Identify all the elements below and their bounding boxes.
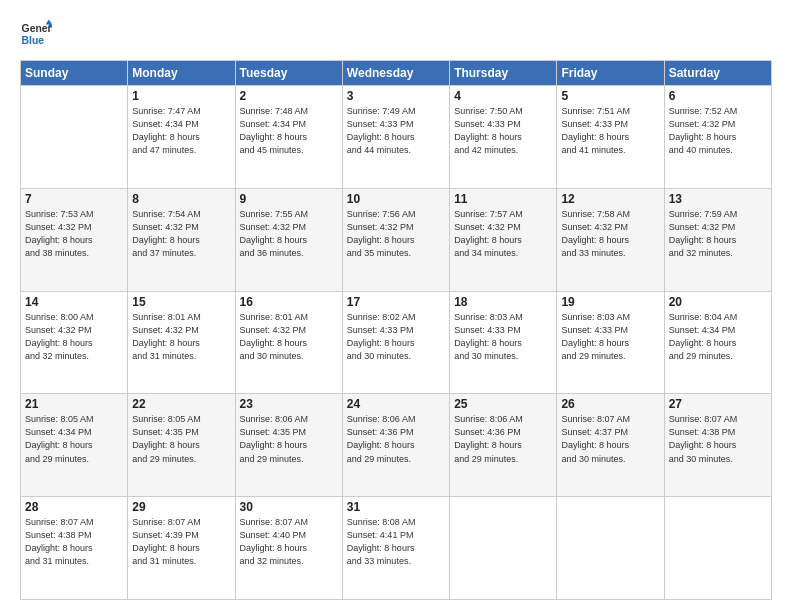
day-info: Sunrise: 8:06 AM Sunset: 4:36 PM Dayligh…: [454, 413, 552, 465]
day-info: Sunrise: 7:57 AM Sunset: 4:32 PM Dayligh…: [454, 208, 552, 260]
calendar-week-4: 21Sunrise: 8:05 AM Sunset: 4:34 PM Dayli…: [21, 394, 772, 497]
day-info: Sunrise: 8:06 AM Sunset: 4:36 PM Dayligh…: [347, 413, 445, 465]
day-info: Sunrise: 8:00 AM Sunset: 4:32 PM Dayligh…: [25, 311, 123, 363]
day-number: 28: [25, 500, 123, 514]
day-info: Sunrise: 7:54 AM Sunset: 4:32 PM Dayligh…: [132, 208, 230, 260]
calendar-cell: 30Sunrise: 8:07 AM Sunset: 4:40 PM Dayli…: [235, 497, 342, 600]
day-number: 23: [240, 397, 338, 411]
day-number: 8: [132, 192, 230, 206]
day-number: 30: [240, 500, 338, 514]
day-number: 24: [347, 397, 445, 411]
day-info: Sunrise: 7:51 AM Sunset: 4:33 PM Dayligh…: [561, 105, 659, 157]
day-number: 4: [454, 89, 552, 103]
svg-text:General: General: [22, 23, 52, 34]
header: General Blue: [20, 18, 772, 50]
logo-icon: General Blue: [20, 18, 52, 50]
calendar-cell: 1Sunrise: 7:47 AM Sunset: 4:34 PM Daylig…: [128, 86, 235, 189]
svg-marker-2: [46, 20, 52, 25]
day-info: Sunrise: 8:06 AM Sunset: 4:35 PM Dayligh…: [240, 413, 338, 465]
day-info: Sunrise: 7:50 AM Sunset: 4:33 PM Dayligh…: [454, 105, 552, 157]
day-info: Sunrise: 8:03 AM Sunset: 4:33 PM Dayligh…: [561, 311, 659, 363]
day-info: Sunrise: 8:01 AM Sunset: 4:32 PM Dayligh…: [132, 311, 230, 363]
day-info: Sunrise: 7:47 AM Sunset: 4:34 PM Dayligh…: [132, 105, 230, 157]
day-number: 11: [454, 192, 552, 206]
col-header-tuesday: Tuesday: [235, 61, 342, 86]
calendar-cell: 8Sunrise: 7:54 AM Sunset: 4:32 PM Daylig…: [128, 188, 235, 291]
calendar-cell: 29Sunrise: 8:07 AM Sunset: 4:39 PM Dayli…: [128, 497, 235, 600]
calendar-cell: 3Sunrise: 7:49 AM Sunset: 4:33 PM Daylig…: [342, 86, 449, 189]
calendar-cell: 27Sunrise: 8:07 AM Sunset: 4:38 PM Dayli…: [664, 394, 771, 497]
day-number: 29: [132, 500, 230, 514]
day-number: 3: [347, 89, 445, 103]
day-info: Sunrise: 7:55 AM Sunset: 4:32 PM Dayligh…: [240, 208, 338, 260]
calendar-cell: 5Sunrise: 7:51 AM Sunset: 4:33 PM Daylig…: [557, 86, 664, 189]
day-number: 10: [347, 192, 445, 206]
calendar-cell: 14Sunrise: 8:00 AM Sunset: 4:32 PM Dayli…: [21, 291, 128, 394]
day-number: 14: [25, 295, 123, 309]
calendar-cell: 19Sunrise: 8:03 AM Sunset: 4:33 PM Dayli…: [557, 291, 664, 394]
svg-text:Blue: Blue: [22, 35, 45, 46]
day-info: Sunrise: 8:01 AM Sunset: 4:32 PM Dayligh…: [240, 311, 338, 363]
calendar-week-2: 7Sunrise: 7:53 AM Sunset: 4:32 PM Daylig…: [21, 188, 772, 291]
calendar-cell: 9Sunrise: 7:55 AM Sunset: 4:32 PM Daylig…: [235, 188, 342, 291]
calendar-cell: [21, 86, 128, 189]
col-header-friday: Friday: [557, 61, 664, 86]
calendar-cell: 15Sunrise: 8:01 AM Sunset: 4:32 PM Dayli…: [128, 291, 235, 394]
day-info: Sunrise: 8:02 AM Sunset: 4:33 PM Dayligh…: [347, 311, 445, 363]
day-number: 21: [25, 397, 123, 411]
day-info: Sunrise: 7:53 AM Sunset: 4:32 PM Dayligh…: [25, 208, 123, 260]
day-number: 16: [240, 295, 338, 309]
calendar-cell: 7Sunrise: 7:53 AM Sunset: 4:32 PM Daylig…: [21, 188, 128, 291]
day-number: 15: [132, 295, 230, 309]
logo: General Blue: [20, 18, 54, 50]
calendar-cell: 26Sunrise: 8:07 AM Sunset: 4:37 PM Dayli…: [557, 394, 664, 497]
day-info: Sunrise: 8:07 AM Sunset: 4:38 PM Dayligh…: [669, 413, 767, 465]
day-number: 19: [561, 295, 659, 309]
calendar-cell: 23Sunrise: 8:06 AM Sunset: 4:35 PM Dayli…: [235, 394, 342, 497]
col-header-thursday: Thursday: [450, 61, 557, 86]
day-info: Sunrise: 8:07 AM Sunset: 4:39 PM Dayligh…: [132, 516, 230, 568]
day-number: 18: [454, 295, 552, 309]
day-number: 17: [347, 295, 445, 309]
day-number: 13: [669, 192, 767, 206]
day-info: Sunrise: 7:58 AM Sunset: 4:32 PM Dayligh…: [561, 208, 659, 260]
day-info: Sunrise: 7:59 AM Sunset: 4:32 PM Dayligh…: [669, 208, 767, 260]
calendar-cell: 18Sunrise: 8:03 AM Sunset: 4:33 PM Dayli…: [450, 291, 557, 394]
day-number: 31: [347, 500, 445, 514]
calendar-cell: 28Sunrise: 8:07 AM Sunset: 4:38 PM Dayli…: [21, 497, 128, 600]
day-number: 25: [454, 397, 552, 411]
calendar-cell: 16Sunrise: 8:01 AM Sunset: 4:32 PM Dayli…: [235, 291, 342, 394]
calendar-week-5: 28Sunrise: 8:07 AM Sunset: 4:38 PM Dayli…: [21, 497, 772, 600]
day-info: Sunrise: 8:07 AM Sunset: 4:40 PM Dayligh…: [240, 516, 338, 568]
calendar-header-row: SundayMondayTuesdayWednesdayThursdayFrid…: [21, 61, 772, 86]
calendar-cell: 12Sunrise: 7:58 AM Sunset: 4:32 PM Dayli…: [557, 188, 664, 291]
day-info: Sunrise: 8:05 AM Sunset: 4:34 PM Dayligh…: [25, 413, 123, 465]
day-number: 7: [25, 192, 123, 206]
calendar-cell: 24Sunrise: 8:06 AM Sunset: 4:36 PM Dayli…: [342, 394, 449, 497]
day-info: Sunrise: 8:07 AM Sunset: 4:37 PM Dayligh…: [561, 413, 659, 465]
calendar-cell: [664, 497, 771, 600]
day-number: 1: [132, 89, 230, 103]
calendar-cell: 4Sunrise: 7:50 AM Sunset: 4:33 PM Daylig…: [450, 86, 557, 189]
calendar-cell: 11Sunrise: 7:57 AM Sunset: 4:32 PM Dayli…: [450, 188, 557, 291]
page: General Blue SundayMondayTuesdayWednesda…: [0, 0, 792, 612]
day-info: Sunrise: 7:52 AM Sunset: 4:32 PM Dayligh…: [669, 105, 767, 157]
day-info: Sunrise: 8:03 AM Sunset: 4:33 PM Dayligh…: [454, 311, 552, 363]
day-number: 5: [561, 89, 659, 103]
day-info: Sunrise: 8:05 AM Sunset: 4:35 PM Dayligh…: [132, 413, 230, 465]
day-number: 6: [669, 89, 767, 103]
day-number: 20: [669, 295, 767, 309]
calendar-cell: 21Sunrise: 8:05 AM Sunset: 4:34 PM Dayli…: [21, 394, 128, 497]
col-header-wednesday: Wednesday: [342, 61, 449, 86]
calendar-cell: 20Sunrise: 8:04 AM Sunset: 4:34 PM Dayli…: [664, 291, 771, 394]
calendar-cell: 17Sunrise: 8:02 AM Sunset: 4:33 PM Dayli…: [342, 291, 449, 394]
day-number: 2: [240, 89, 338, 103]
col-header-saturday: Saturday: [664, 61, 771, 86]
calendar-cell: 31Sunrise: 8:08 AM Sunset: 4:41 PM Dayli…: [342, 497, 449, 600]
day-number: 22: [132, 397, 230, 411]
day-number: 12: [561, 192, 659, 206]
calendar-cell: [450, 497, 557, 600]
calendar-cell: 25Sunrise: 8:06 AM Sunset: 4:36 PM Dayli…: [450, 394, 557, 497]
calendar-cell: [557, 497, 664, 600]
calendar-cell: 22Sunrise: 8:05 AM Sunset: 4:35 PM Dayli…: [128, 394, 235, 497]
